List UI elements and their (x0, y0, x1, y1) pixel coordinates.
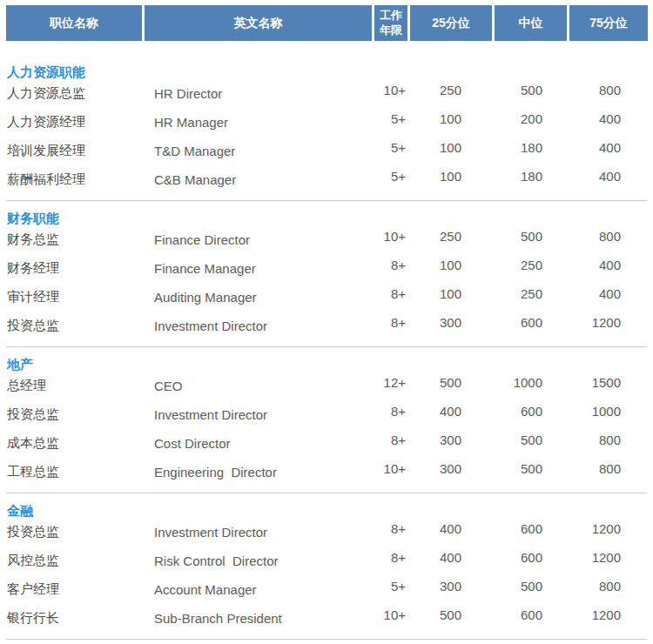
position-name-cn: 培训发展经理 (7, 143, 154, 159)
table-row: 投资总监 Investment Director 8+ 400 600 1000 (6, 400, 647, 429)
percentile-75: 400 (542, 258, 621, 272)
percentile-25: 300 (406, 461, 461, 476)
percentile-75: 400 (542, 140, 621, 155)
percentile-75: 1200 (542, 550, 621, 565)
position-name-en: Investment Director (154, 525, 374, 540)
percentile-75: 400 (542, 111, 621, 126)
salary-section: 人力资源职能 人力资源总监 HR Director 10+ 250 500 80… (6, 41, 647, 200)
median-value: 600 (461, 607, 542, 622)
table-row: 财务经理 Finance Manager 8+ 100 250 400 (6, 254, 647, 283)
median-value: 600 (461, 521, 542, 536)
table-row: 银行行长 Sub-Branch President 10+ 500 600 12… (6, 604, 647, 633)
median-value: 200 (461, 111, 542, 126)
position-name-cn: 总经理 (7, 378, 154, 394)
percentile-25: 250 (406, 83, 461, 97)
work-years: 8+ (374, 286, 406, 301)
section-title: 财务职能 (6, 211, 647, 225)
position-name-en: Account Manager (154, 582, 374, 597)
work-years: 10+ (374, 229, 406, 244)
percentile-75: 400 (542, 169, 621, 184)
work-years: 5+ (374, 140, 406, 155)
table-header: 职位名称 英文名称 工作年限 25分位 中位 75分位 (6, 5, 648, 41)
median-value: 1000 (461, 375, 542, 390)
table-row: 财务总监 Finance Director 10+ 250 500 800 (6, 225, 647, 254)
section-title: 人力资源职能 (6, 65, 647, 79)
work-years: 5+ (374, 169, 406, 184)
work-years: 8+ (374, 521, 406, 536)
percentile-25: 100 (406, 140, 461, 155)
work-years: 10+ (374, 607, 406, 622)
work-years: 10+ (374, 83, 406, 97)
position-name-cn: 风控总监 (7, 553, 154, 569)
percentile-25: 500 (406, 375, 461, 390)
work-years: 8+ (374, 404, 406, 419)
percentile-75: 800 (542, 83, 621, 97)
percentile-75: 1000 (542, 404, 621, 419)
percentile-25: 100 (406, 169, 461, 184)
section-rows: 财务总监 Finance Director 10+ 250 500 800 财务… (6, 225, 647, 340)
salary-section: 地产 总经理 CEO 12+ 500 1000 1500 投资总监 Invest… (6, 346, 647, 493)
work-years: 10+ (374, 461, 406, 476)
header-cell-position-name: 职位名称 (6, 5, 142, 41)
table-row: 人力资源总监 HR Director 10+ 250 500 800 (6, 79, 647, 108)
percentile-25: 300 (406, 579, 461, 594)
position-name-cn: 财务总监 (7, 231, 154, 248)
percentile-25: 250 (406, 229, 461, 244)
percentile-25: 300 (406, 315, 461, 330)
header-cell-english-name: 英文名称 (145, 5, 372, 41)
position-name-cn: 银行行长 (7, 610, 154, 627)
position-name-en: Sub-Branch President (154, 611, 374, 626)
percentile-75: 800 (542, 461, 621, 476)
table-row: 成本总监 Cost Director 8+ 300 500 800 (6, 429, 647, 458)
section-title: 地产 (6, 358, 647, 372)
work-years: 8+ (374, 433, 406, 447)
position-name-cn: 人力资源经理 (7, 114, 154, 131)
percentile-25: 400 (406, 404, 461, 419)
table-row: 总经理 CEO 12+ 500 1000 1500 (6, 372, 647, 400)
position-name-cn: 人力资源总监 (7, 85, 154, 102)
table-row: 投资总监 Investment Director 8+ 400 600 1200 (6, 518, 647, 547)
position-name-en: HR Manager (154, 115, 374, 130)
section-rows: 投资总监 Investment Director 8+ 400 600 1200… (6, 518, 647, 633)
table-row: 投资总监 Investment Director 8+ 300 600 1200 (6, 312, 647, 340)
section-title: 金融 (6, 504, 647, 518)
position-name-en: Engineering Director (154, 465, 374, 480)
salary-table-page: 职位名称 英文名称 工作年限 25分位 中位 75分位 人力资源职能 人力资源总… (0, 0, 653, 644)
median-value: 500 (461, 461, 542, 476)
position-name-en: Risk Control Director (154, 553, 374, 568)
position-name-en: Investment Director (154, 319, 374, 333)
header-cell-work-years: 工作年限 (374, 5, 407, 41)
table-row: 审计经理 Auditing Manager 8+ 100 250 400 (6, 283, 647, 312)
position-name-cn: 成本总监 (7, 435, 154, 452)
position-name-cn: 工程总监 (7, 464, 154, 480)
percentile-25: 300 (406, 433, 461, 447)
percentile-75: 1200 (542, 521, 621, 536)
percentile-75: 400 (542, 286, 621, 301)
header-cell-75th-percentile: 75分位 (569, 5, 648, 41)
percentile-25: 100 (406, 286, 461, 301)
position-name-cn: 审计经理 (7, 289, 154, 305)
position-name-en: CEO (154, 379, 374, 393)
position-name-en: Auditing Manager (154, 290, 374, 305)
sections-container: 人力资源职能 人力资源总监 HR Director 10+ 250 500 80… (0, 41, 653, 639)
median-value: 180 (461, 140, 542, 155)
position-name-cn: 薪酬福利经理 (7, 171, 154, 188)
table-row: 工程总监 Engineering Director 10+ 300 500 80… (6, 458, 647, 486)
work-years: 12+ (374, 375, 406, 390)
percentile-75: 800 (542, 433, 621, 447)
median-value: 250 (461, 286, 542, 301)
percentile-25: 100 (406, 258, 461, 272)
table-row: 人力资源经理 HR Manager 5+ 100 200 400 (6, 108, 647, 137)
percentile-75: 800 (542, 579, 621, 594)
position-name-cn: 财务经理 (7, 260, 154, 277)
percentile-25: 100 (406, 111, 461, 126)
median-value: 500 (461, 579, 542, 594)
position-name-en: Finance Director (154, 232, 374, 247)
percentile-75: 1200 (542, 315, 621, 330)
work-years: 8+ (374, 550, 406, 565)
table-body: 人力资源职能 人力资源总监 HR Director 10+ 250 500 80… (0, 41, 653, 640)
percentile-75: 1200 (542, 607, 621, 622)
median-value: 600 (461, 550, 542, 565)
percentile-25: 400 (406, 550, 461, 565)
salary-section: 金融 投资总监 Investment Director 8+ 400 600 1… (6, 493, 647, 639)
